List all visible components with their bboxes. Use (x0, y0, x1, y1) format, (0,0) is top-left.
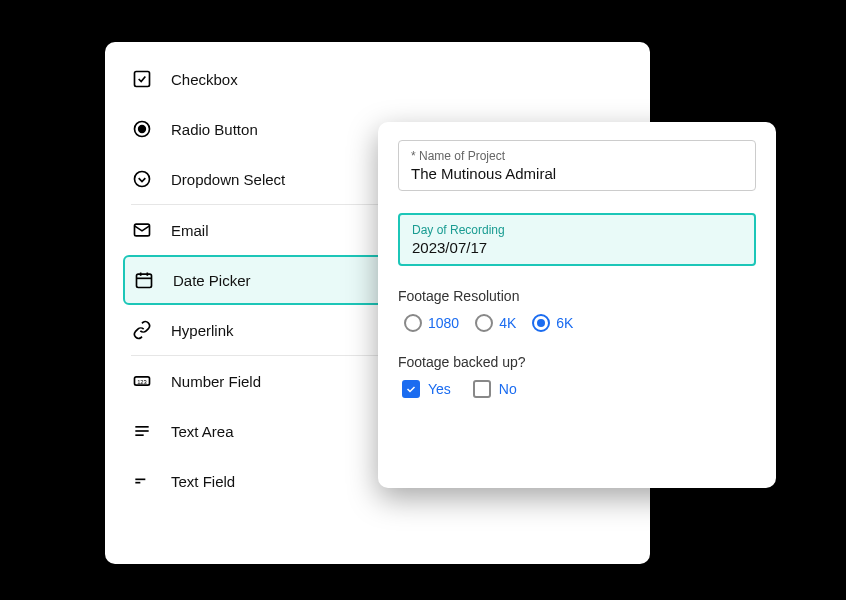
field-type-label: Number Field (171, 373, 261, 390)
backup-option-label: Yes (428, 381, 451, 397)
dropdown-icon (131, 168, 153, 190)
checkbox-icon (131, 68, 153, 90)
backup-label: Footage backed up? (398, 354, 756, 370)
resolution-option-4k[interactable]: 4K (475, 314, 516, 332)
resolution-option-label: 4K (499, 315, 516, 331)
svg-point-2 (139, 126, 146, 133)
checkbox-icon (402, 380, 420, 398)
field-type-label: Radio Button (171, 121, 258, 138)
backup-option-label: No (499, 381, 517, 397)
email-icon (131, 219, 153, 241)
textarea-icon (131, 420, 153, 442)
svg-point-3 (135, 172, 150, 187)
resolution-label: Footage Resolution (398, 288, 756, 304)
svg-text:123: 123 (137, 379, 147, 385)
svg-rect-5 (137, 274, 152, 287)
field-type-label: Text Field (171, 473, 235, 490)
radio-circle-icon (532, 314, 550, 332)
field-type-label: Date Picker (173, 272, 251, 289)
project-name-value: The Mutinous Admiral (411, 165, 743, 182)
svg-rect-0 (135, 72, 150, 87)
resolution-option-1080[interactable]: 1080 (404, 314, 459, 332)
resolution-options: 1080 4K 6K (398, 314, 756, 332)
recording-date-label: Day of Recording (412, 223, 742, 237)
checkbox-icon (473, 380, 491, 398)
calendar-icon (133, 269, 155, 291)
field-type-label: Text Area (171, 423, 234, 440)
textfield-icon (131, 470, 153, 492)
resolution-option-6k[interactable]: 6K (532, 314, 573, 332)
project-name-label: * Name of Project (411, 149, 743, 163)
backup-options: Yes No (398, 380, 756, 398)
field-type-label: Dropdown Select (171, 171, 285, 188)
recording-date-value: 2023/07/17 (412, 239, 742, 256)
number-icon: 123 (131, 370, 153, 392)
project-name-input[interactable]: * Name of Project The Mutinous Admiral (398, 140, 756, 191)
backup-option-no[interactable]: No (473, 380, 517, 398)
radio-circle-icon (475, 314, 493, 332)
backup-section: Footage backed up? Yes No (398, 354, 756, 398)
resolution-option-label: 1080 (428, 315, 459, 331)
link-icon (131, 319, 153, 341)
field-type-label: Checkbox (171, 71, 238, 88)
radio-icon (131, 118, 153, 140)
radio-circle-icon (404, 314, 422, 332)
resolution-option-label: 6K (556, 315, 573, 331)
field-type-label: Hyperlink (171, 322, 234, 339)
field-type-label: Email (171, 222, 209, 239)
recording-date-input[interactable]: Day of Recording 2023/07/17 (398, 213, 756, 266)
form-preview-panel: * Name of Project The Mutinous Admiral D… (378, 122, 776, 488)
resolution-section: Footage Resolution 1080 4K 6K (398, 288, 756, 332)
field-type-checkbox[interactable]: Checkbox (105, 54, 650, 104)
backup-option-yes[interactable]: Yes (402, 380, 451, 398)
